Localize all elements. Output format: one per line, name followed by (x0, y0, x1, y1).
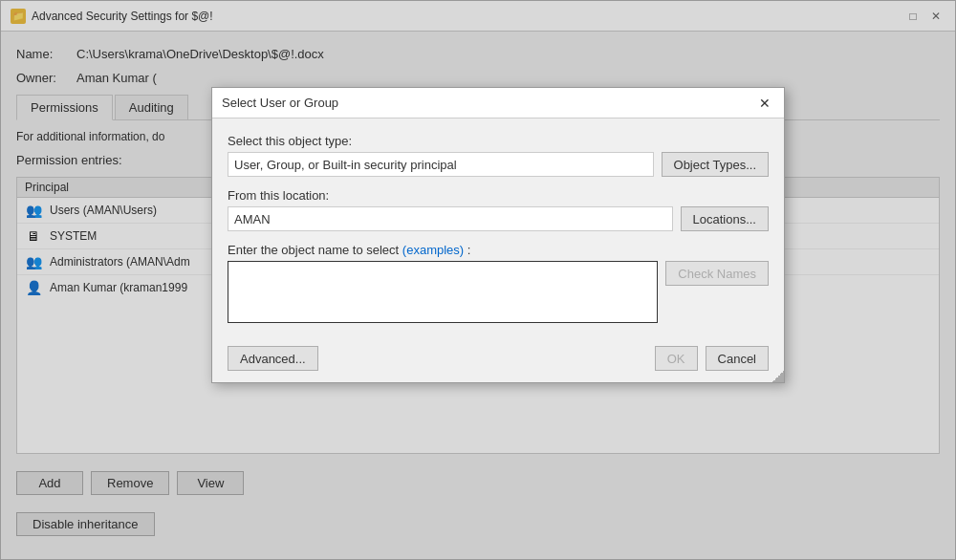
object-name-label: Enter the object name to select (example… (228, 243, 769, 257)
location-input[interactable] (228, 206, 673, 231)
dialog-footer: Advanced... OK Cancel (212, 338, 784, 382)
advanced-button[interactable]: Advanced... (228, 346, 318, 371)
dialog-body: Select this object type: Object Types...… (212, 118, 784, 338)
location-label: From this location: (228, 188, 769, 203)
dialog-title-bar: Select User or Group ✕ (212, 88, 784, 118)
object-type-label: Select this object type: (228, 134, 769, 148)
select-user-dialog: Select User or Group ✕ Select this objec… (211, 87, 785, 383)
object-type-section: Select this object type: Object Types... (228, 134, 769, 177)
location-row: Locations... (228, 206, 769, 231)
ok-button[interactable]: OK (655, 346, 698, 371)
object-name-section: Enter the object name to select (example… (228, 243, 769, 323)
resize-handle[interactable] (772, 371, 784, 382)
object-type-input[interactable] (228, 152, 654, 177)
cancel-button[interactable]: Cancel (706, 346, 769, 371)
check-names-button[interactable]: Check Names (665, 261, 769, 286)
location-section: From this location: Locations... (228, 188, 769, 231)
object-name-textarea[interactable] (228, 261, 658, 323)
object-name-row: Check Names (228, 261, 769, 323)
object-type-row: Object Types... (228, 152, 769, 177)
dialog-footer-left: Advanced... (228, 346, 647, 371)
examples-link[interactable]: (examples) (402, 243, 464, 257)
dialog-close-button[interactable]: ✕ (755, 94, 774, 113)
locations-button[interactable]: Locations... (681, 206, 770, 231)
dialog-title: Select User or Group (222, 96, 338, 110)
check-names-container: Check Names (665, 261, 769, 286)
main-window: 📁 Advanced Security Settings for $@! □ ✕… (0, 0, 956, 560)
object-types-button[interactable]: Object Types... (662, 152, 769, 177)
